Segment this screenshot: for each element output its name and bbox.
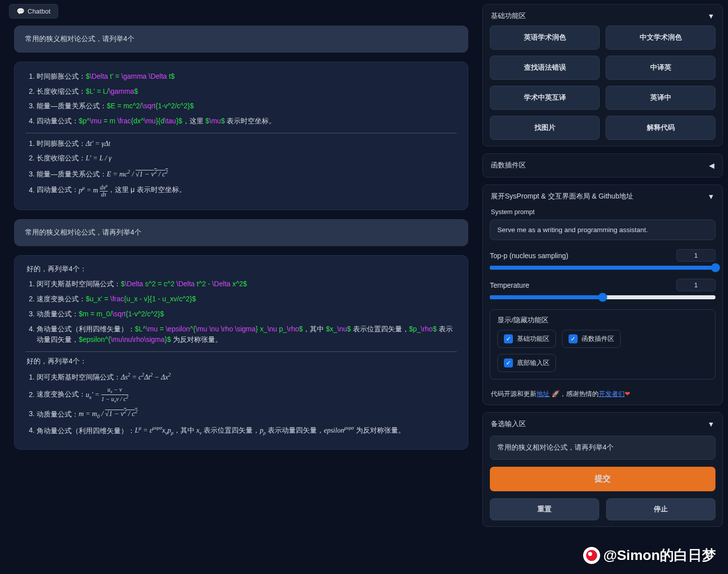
fn-zh-en[interactable]: 中译英 [606,56,715,80]
fn-academic[interactable]: 学术中英互译 [490,86,600,110]
check-icon: ✓ [569,334,578,343]
toggle-basic[interactable]: ✓基础功能区 [497,330,556,348]
reset-button[interactable]: 重置 [490,498,599,520]
panel-advanced: 展开SysPrompt & 交互界面布局 & Github地址 ▼ System… [482,184,723,405]
user-message: 常用的狭义相对论公式，请列举4个 [14,26,468,53]
chevron-down-icon[interactable]: ▼ [707,420,714,428]
chevron-down-icon[interactable]: ▼ [707,12,714,20]
panel-basic: 基础功能区 ▼ 英语学术润色 中文学术润色 查找语法错误 中译英 学术中英互译 … [482,4,723,146]
panel-title: 函数插件区 [491,161,526,170]
fn-explain[interactable]: 解释代码 [606,116,715,140]
tab-chatbot[interactable]: 💬 Chatbot [9,4,58,19]
toggle-title: 显示/隐藏功能区 [497,316,708,330]
panel-title: 备选输入区 [491,420,526,429]
heart-icon: ❤ [625,390,630,398]
temp-value[interactable]: 1 [676,279,715,291]
sys-prompt-input[interactable]: Serve me as a writing and programming as… [490,220,715,240]
fn-grammar[interactable]: 查找语法错误 [490,56,600,80]
footer-note: 代码开源和更新地址 🚀，感谢热情的开发者们❤ [490,388,715,399]
assistant-message: 时间膨胀公式：$\Delta t' = \gamma \Delta t$ 长度收… [14,62,468,210]
fn-en-zh[interactable]: 英译中 [606,86,715,110]
panel-alt-input: 备选输入区 ▼ 常用的狭义相对论公式，请再列举4个 提交 重置 停止 [482,412,723,527]
temp-label: Temperature [490,281,529,289]
fn-find-img[interactable]: 找图片 [490,116,600,140]
assistant-message: 好的，再列举4个： 闵可夫斯基时空间隔公式：$\Delta s^2 = c^2 … [14,255,468,449]
topp-slider[interactable] [490,266,715,270]
panel-title: 展开SysPrompt & 交互界面布局 & Github地址 [491,192,633,201]
panel-title: 基础功能区 [491,12,526,21]
topp-label: Top-p (nucleus sampling) [490,252,568,260]
toggle-plugin[interactable]: ✓函数插件区 [562,330,621,348]
repo-link[interactable]: 地址 [536,390,550,398]
chevron-left-icon: ◀ [709,161,714,169]
check-icon: ✓ [504,358,513,367]
fn-en-polish[interactable]: 英语学术润色 [490,26,600,50]
chat-icon: 💬 [17,8,25,15]
submit-button[interactable]: 提交 [490,467,715,491]
topp-value[interactable]: 1 [676,249,715,262]
temp-slider[interactable] [490,295,715,299]
panel-plugins[interactable]: 函数插件区 ◀ [482,153,723,177]
alt-input-field[interactable]: 常用的狭义相对论公式，请再列举4个 [490,436,715,460]
user-message: 常用的狭义相对论公式，请再列举4个 [14,219,468,246]
stop-button[interactable]: 停止 [606,498,715,520]
tab-label: Chatbot [28,8,51,15]
toggle-input[interactable]: ✓底部输入区 [497,354,556,372]
check-icon: ✓ [504,334,513,343]
watermark: @Simon的白日梦 [583,546,716,565]
sys-prompt-label: System prompt [490,206,715,220]
chevron-down-icon[interactable]: ▼ [707,193,714,201]
chat-area: 常用的狭义相对论公式，请列举4个 时间膨胀公式：$\Delta t' = \ga… [5,21,477,574]
fn-zh-polish[interactable]: 中文学术润色 [606,26,715,50]
weibo-icon [583,547,600,564]
devs-link[interactable]: 开发者们 [599,390,625,398]
